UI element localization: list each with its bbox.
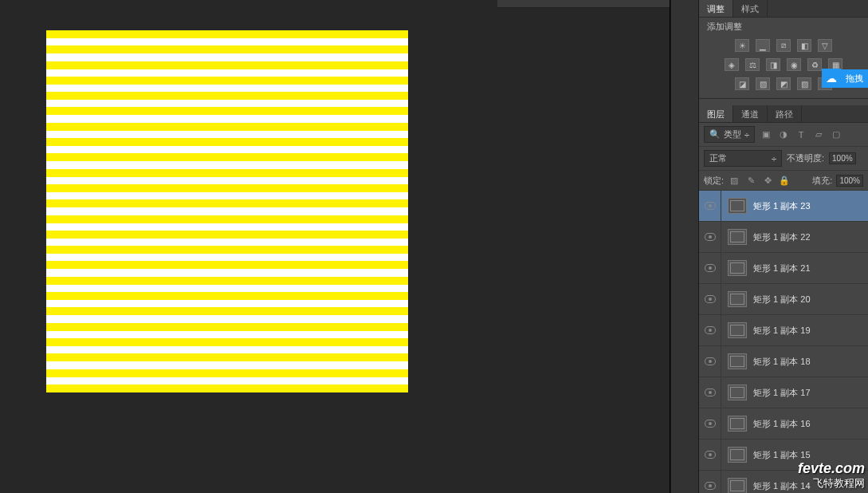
document-canvas[interactable] [46,30,408,392]
exposure-icon[interactable]: ◧ [797,39,811,52]
eye-icon [705,295,716,303]
layer-visibility-toggle[interactable] [699,440,721,470]
photo-filter-icon[interactable]: ◉ [787,58,801,71]
layer-visibility-toggle[interactable] [699,222,721,252]
layer-row[interactable]: 矩形 1 副本 23 [699,191,868,222]
channel-mixer-icon[interactable]: ♻ [807,58,822,71]
tab-paths[interactable]: 路径 [768,105,802,122]
adjustments-tabs: 调整 样式 [699,0,868,18]
layer-row[interactable]: 矩形 1 副本 22 [699,222,868,253]
layer-thumbnail[interactable] [728,260,747,276]
adjustments-row-1: ☀ ▁ ⧄ ◧ ▽ [699,36,868,55]
layer-thumbnail[interactable] [728,447,747,463]
layer-thumbnail[interactable] [728,478,747,493]
stripe [46,369,408,377]
filter-smart-icon[interactable]: ▢ [830,128,842,141]
layer-row[interactable]: 矩形 1 副本 20 [699,284,868,315]
drag-badge[interactable]: ☁ 拖拽 [822,69,868,88]
layer-name: 矩形 1 副本 14 [753,480,811,492]
layer-visibility-toggle[interactable] [699,377,721,408]
stripe [46,292,408,300]
stripe [46,45,408,53]
blend-mode-dropdown[interactable]: 正常 ÷ [704,150,782,167]
lock-all-icon[interactable]: 🔒 [778,174,791,187]
tab-channels[interactable]: 通道 [733,105,768,122]
curves-icon[interactable]: ⧄ [776,39,791,52]
cloud-icon: ☁ [822,69,841,88]
stripe [46,169,408,177]
layer-visibility-toggle[interactable] [699,471,721,493]
layer-row[interactable]: 矩形 1 副本 15 [699,440,868,471]
layer-thumbnail[interactable] [728,229,747,245]
chevron-down-icon: ÷ [744,130,749,140]
layer-row[interactable]: 矩形 1 副本 18 [699,346,868,377]
layer-row[interactable]: 矩形 1 副本 19 [699,315,868,346]
lock-label: 锁定: [704,175,724,187]
layer-visibility-toggle[interactable] [699,191,721,221]
eye-icon [705,326,716,334]
adjustments-title: 添加调整 [699,18,868,36]
filter-adjustment-icon[interactable]: ◑ [777,128,790,141]
layer-thumbnail[interactable] [728,291,747,307]
opacity-label: 不透明度: [787,152,824,164]
stripe [46,199,408,207]
color-balance-icon[interactable]: ⚖ [745,58,760,71]
layer-visibility-toggle[interactable] [699,315,721,345]
layer-thumbnail[interactable] [728,353,747,369]
filter-pixel-icon[interactable]: ▣ [760,128,772,141]
layer-visibility-toggle[interactable] [699,346,721,377]
layer-row[interactable]: 矩形 1 副本 17 [699,377,868,408]
stripe [46,231,408,239]
filter-type-icon[interactable]: T [795,128,807,141]
layer-thumbnail[interactable] [728,322,747,338]
layer-list: 矩形 1 副本 23矩形 1 副本 22矩形 1 副本 21矩形 1 副本 20… [699,191,868,493]
lock-position-icon[interactable]: ✥ [761,174,774,187]
layer-visibility-toggle[interactable] [699,253,721,283]
stripe [46,261,408,269]
stripe [46,277,408,285]
stripe [46,385,408,392]
right-panels: 调整 样式 添加调整 ☀ ▁ ⧄ ◧ ▽ ◈ ⚖ ◨ ◉ ♻ ▦ ◪ ▨ ◩ ▧… [699,0,868,493]
filter-shape-icon[interactable]: ▱ [812,128,825,141]
stripe [46,153,408,161]
black-white-icon[interactable]: ◨ [766,58,780,71]
tab-styles[interactable]: 样式 [733,0,768,17]
layer-thumbnail[interactable] [728,198,747,214]
tab-adjustments[interactable]: 调整 [699,0,733,17]
vibrance-icon[interactable]: ▽ [818,39,832,52]
fill-value[interactable]: 100% [836,175,863,187]
gradient-map-icon[interactable]: ▧ [797,77,811,90]
brightness-contrast-icon[interactable]: ☀ [735,39,749,52]
stripe [46,77,408,85]
levels-icon[interactable]: ▁ [756,39,770,52]
stripe [46,138,408,146]
layer-row[interactable]: 矩形 1 副本 21 [699,253,868,284]
layer-name: 矩形 1 副本 21 [753,262,811,274]
layer-name: 矩形 1 副本 17 [753,387,811,399]
stripe [46,353,408,361]
stripe [46,107,408,115]
fill-label: 填充: [812,175,832,187]
posterize-icon[interactable]: ▨ [756,77,770,90]
invert-icon[interactable]: ◪ [735,77,749,90]
layer-visibility-toggle[interactable] [699,408,721,439]
opacity-value[interactable]: 100% [829,152,856,164]
tab-layers[interactable]: 图层 [699,105,733,122]
layer-row[interactable]: 矩形 1 副本 16 [699,408,868,440]
threshold-icon[interactable]: ◩ [776,77,791,90]
lock-transparency-icon[interactable]: ▨ [728,174,740,187]
stripe [46,61,408,69]
stripe [46,338,408,346]
eye-icon [705,482,716,490]
layer-row[interactable]: 矩形 1 副本 14 [699,471,868,493]
stripe [46,307,408,315]
canvas-area[interactable] [0,0,670,493]
layer-visibility-toggle[interactable] [699,284,721,314]
hue-saturation-icon[interactable]: ◈ [725,58,739,71]
layer-thumbnail[interactable] [728,416,747,432]
layer-name: 矩形 1 副本 22 [753,231,811,243]
layer-thumbnail[interactable] [728,385,747,400]
filter-label: 类型 [724,128,741,140]
lock-pixels-icon[interactable]: ✎ [744,174,757,187]
filter-dropdown[interactable]: 🔍 类型 ÷ [704,126,755,143]
